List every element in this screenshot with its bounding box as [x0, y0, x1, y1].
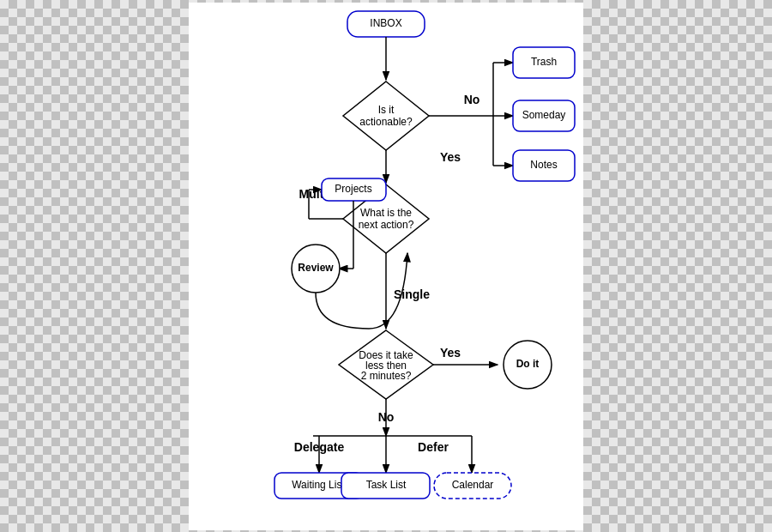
waiting-list-label: Waiting List	[292, 479, 345, 491]
actionable-label: Is it	[378, 104, 395, 116]
single-label: Single	[394, 287, 430, 301]
calendar-label: Calendar	[452, 479, 494, 491]
review-label: Review	[298, 262, 334, 274]
task-list-label: Task List	[366, 479, 407, 491]
projects-label: Projects	[335, 183, 371, 195]
notes-label: Notes	[530, 159, 557, 171]
next-action-label2: next action?	[359, 219, 414, 231]
no-label: No	[464, 93, 480, 106]
inbox-label: INBOX	[370, 17, 401, 29]
actionable-label2: actionable?	[359, 116, 413, 128]
next-action-label: What is the	[360, 207, 412, 219]
two-min-label3: 2 minutes?	[361, 370, 412, 382]
defer-label: Defer	[418, 440, 449, 454]
flowchart-container: INBOX Is it actionable? No Trash Someday…	[189, 3, 583, 530]
yes-label1: Yes	[440, 150, 461, 164]
someday-label: Someday	[522, 109, 566, 121]
trash-label: Trash	[531, 56, 557, 68]
do-it-label: Do it	[516, 358, 540, 370]
yes-label2: Yes	[440, 346, 461, 360]
